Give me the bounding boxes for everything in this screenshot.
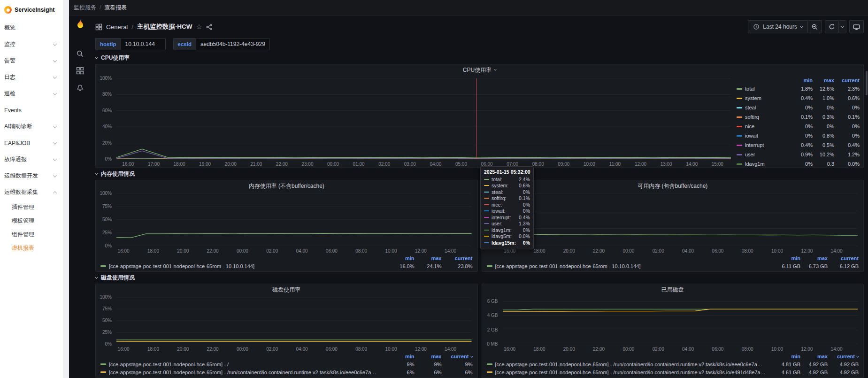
legend-header-current[interactable]: current <box>442 354 473 359</box>
cpu-chart[interactable]: 0%20%40%60%80%100%16:0017:0018:0019:0020… <box>98 77 735 168</box>
legend-header-current[interactable]: current <box>828 255 859 261</box>
tooltip-series-name: user: <box>492 221 502 226</box>
apps-grid-icon[interactable] <box>95 23 102 31</box>
y-axis-label: 75% <box>102 204 112 209</box>
legend-series[interactable]: ldavg1m <box>737 161 791 167</box>
sidebar-item[interactable]: 监控 <box>0 36 63 53</box>
chart-tooltip: 2025-01-15 05:32:00 total:2.4%system:0.6… <box>480 166 534 249</box>
chevron-down-icon <box>95 276 98 279</box>
legend-series[interactable]: system <box>737 95 791 101</box>
legend-series[interactable]: softirq <box>737 114 791 120</box>
variable-value-input[interactable]: 10.10.0.144 <box>121 38 166 50</box>
legend-header-row: minmaxcurrent <box>737 77 860 84</box>
memory-usage-chart[interactable]: 0%25%50%75%100%16:0018:0020:0022:0000:00… <box>98 192 476 255</box>
legend-header-max[interactable]: max <box>800 354 828 359</box>
panel-title-text: 可用内存 (包含buffer/cache) <box>638 182 707 190</box>
x-axis: 16:0018:0020:0022:0000:0002:0004:0006:00… <box>503 247 858 255</box>
sidebar-subitem[interactable]: 模板管理 <box>0 214 63 228</box>
tooltip-series-name: total: <box>492 177 502 182</box>
sidebar-item[interactable]: 故障通报 <box>0 151 63 168</box>
sidebar-item[interactable]: EAP&JOB <box>0 135 63 151</box>
row-memory[interactable]: 内存使用情况 <box>95 168 864 180</box>
legend-header-max[interactable]: max <box>800 255 828 261</box>
sidebar-item[interactable]: 运维数据采集 <box>0 184 63 201</box>
x-axis-label: 04:00 <box>682 248 694 254</box>
panel-header[interactable]: 磁盘使用率 <box>96 284 477 295</box>
disk-usage-chart[interactable]: 0%25%50%75%100%16:0018:0020:0022:0000:00… <box>98 295 476 353</box>
disk-used-chart[interactable]: 0 MB2 GB4 GB6 GB16:0018:0020:0022:0000:0… <box>484 295 862 353</box>
row-disk[interactable]: 磁盘使用情况 <box>95 272 864 284</box>
legend-series[interactable]: total <box>737 86 791 92</box>
chevron-down-icon <box>53 157 57 161</box>
chevron-down-icon <box>53 124 57 128</box>
sidebar-item[interactable]: AI辅助诊断 <box>0 118 63 135</box>
tv-mode-button[interactable] <box>849 20 864 33</box>
sidebar-subitem[interactable]: 虚机报表 <box>0 241 63 255</box>
legend-header-min[interactable]: min <box>791 77 813 83</box>
time-range-picker[interactable]: Last 24 hours <box>748 20 808 33</box>
legend-header-min[interactable]: min <box>773 354 800 359</box>
legend-header-min[interactable]: min <box>387 354 415 359</box>
legend-header-current[interactable]: current <box>834 77 860 83</box>
legend-series[interactable]: steal <box>737 105 791 110</box>
chevron-down-icon <box>841 24 844 28</box>
star-icon[interactable]: ☆ <box>196 23 202 30</box>
panel-header[interactable]: CPU使用率 <box>96 64 863 76</box>
sidebar-item[interactable]: 巡检 <box>0 85 63 102</box>
refresh-interval-dropdown[interactable] <box>839 20 846 33</box>
legend-header-max[interactable]: max <box>813 77 834 83</box>
tooltip-series-value: 0% <box>523 202 530 208</box>
sidebar-item[interactable]: 运维数据开发 <box>0 168 63 184</box>
sidebar-item[interactable]: Events <box>0 102 63 118</box>
sidebar-subitem[interactable]: 组件管理 <box>0 228 63 241</box>
refresh-button[interactable] <box>825 20 839 33</box>
clock-icon <box>753 23 760 30</box>
legend-series[interactable]: [cce-appstage-poc-test-001-nodepool-hce-… <box>100 362 387 367</box>
row-title: 内存使用情况 <box>101 170 135 178</box>
legend-series[interactable]: [cce-appstage-poc-test-001-nodepool-hce-… <box>100 370 387 375</box>
legend-series[interactable]: user <box>737 152 791 157</box>
legend-header-max[interactable]: max <box>415 354 442 359</box>
series-swatch-icon <box>484 217 489 218</box>
panel-header[interactable]: 已用磁盘 <box>482 284 864 295</box>
legend-series[interactable]: [cce-appstage-poc-test-001-nodepool-hce-… <box>100 263 387 269</box>
legend-series[interactable]: interrupt <box>737 142 791 148</box>
tooltip-series-value: 0% <box>523 208 530 214</box>
x-axis-label: 19:00 <box>199 162 211 167</box>
x-axis-label: 04:00 <box>682 347 694 352</box>
share-icon[interactable] <box>206 23 213 31</box>
panel-header[interactable]: 内存使用率 (不含buffer/cache) <box>96 180 477 192</box>
dashboard-folder[interactable]: General <box>106 23 128 31</box>
grafana-logo-icon[interactable] <box>74 19 86 31</box>
legend-series[interactable]: [cce-appstage-poc-test-001-nodepool-hce-… <box>487 362 774 367</box>
legend-series[interactable]: iowait <box>737 133 791 139</box>
sidebar-item[interactable]: 概览 <box>0 20 63 36</box>
alerting-bell-icon[interactable] <box>69 79 91 96</box>
variable-value-input[interactable]: aedb504b-1192-4e43-929 <box>196 38 270 50</box>
legend-series[interactable]: [cce-appstage-poc-test-001-nodepool-hce-… <box>487 370 774 375</box>
legend-header-min[interactable]: min <box>387 255 415 261</box>
app-logo[interactable]: ServiceInsight <box>0 0 63 20</box>
row-cpu[interactable]: CPU使用率 <box>95 52 864 64</box>
legend-series[interactable]: [cce-appstage-poc-test-001-nodepool-hce-… <box>487 263 774 269</box>
sidebar-item[interactable]: 日志 <box>0 69 63 85</box>
x-axis-label: 16:00 <box>122 162 134 167</box>
breadcrumb-parent[interactable]: 监控服务 <box>74 4 96 12</box>
dashboards-grid-icon[interactable] <box>69 62 91 79</box>
legend-value-current: 0% <box>834 105 860 110</box>
search-icon[interactable] <box>69 45 91 62</box>
sidebar-subitem[interactable]: 插件管理 <box>0 201 63 214</box>
legend-header-max[interactable]: max <box>415 255 442 261</box>
legend-header-min[interactable]: min <box>773 255 800 261</box>
legend-header-current[interactable]: current <box>442 255 473 261</box>
memory-usage-legend: minmaxcurrent[cce-appstage-poc-test-001-… <box>96 255 477 271</box>
legend-header-current[interactable]: current <box>828 354 859 359</box>
x-axis: 16:0018:0020:0022:0000:0002:0004:0006:00… <box>116 345 472 353</box>
memory-available-chart[interactable]: 16:0018:0020:0022:0000:0002:0004:0006:00… <box>484 192 862 255</box>
zoom-out-button[interactable] <box>808 20 822 33</box>
panel-header[interactable]: 可用内存 (包含buffer/cache) <box>482 180 864 192</box>
legend-series[interactable]: nice <box>737 123 791 129</box>
sidebar-item[interactable]: 告警 <box>0 53 63 69</box>
scrollbar-thumb[interactable] <box>866 71 868 95</box>
x-axis-label: 10:00 <box>771 347 783 352</box>
